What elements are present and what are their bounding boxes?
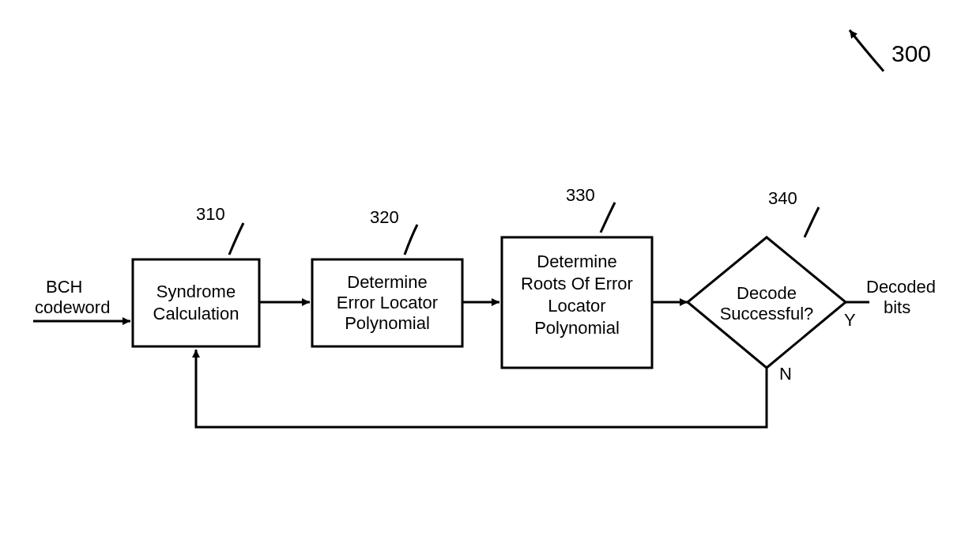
arrow-340-no-feedback: [196, 350, 767, 427]
svg-text:330: 330: [566, 185, 595, 205]
svg-text:BCH: BCH: [46, 277, 82, 297]
process-310: Syndrome Calculation: [133, 259, 259, 346]
output-label: Decoded bits: [866, 277, 936, 317]
process-320: Determine Error Locator Polynomial: [312, 259, 462, 346]
ref-340: 340: [768, 188, 819, 237]
svg-text:Decode: Decode: [737, 283, 797, 303]
svg-text:Determine: Determine: [347, 272, 427, 292]
svg-text:Calculation: Calculation: [153, 304, 239, 323]
svg-text:310: 310: [196, 204, 225, 224]
svg-text:Error Locator: Error Locator: [337, 293, 438, 312]
svg-text:340: 340: [768, 188, 797, 208]
flowchart-diagram: 300 BCH codeword Syndrome Calculation 31…: [0, 0, 980, 541]
svg-text:bits: bits: [884, 297, 910, 317]
svg-text:Syndrome: Syndrome: [156, 282, 236, 301]
svg-text:codeword: codeword: [35, 297, 110, 317]
svg-text:Polynomial: Polynomial: [534, 318, 620, 338]
figure-ref-300: 300: [850, 30, 931, 71]
svg-text:Roots Of Error: Roots Of Error: [521, 274, 633, 293]
svg-text:Successful?: Successful?: [720, 304, 814, 323]
decision-yes-label: Y: [844, 310, 856, 330]
decision-340: Decode Successful?: [688, 237, 846, 368]
figure-ref-label: 300: [891, 40, 931, 66]
svg-text:Locator: Locator: [548, 296, 605, 316]
ref-310: 310: [196, 204, 243, 255]
svg-text:Determine: Determine: [537, 252, 616, 271]
svg-text:320: 320: [370, 207, 399, 227]
process-330: Determine Roots Of Error Locator Polynom…: [502, 237, 652, 368]
svg-text:Polynomial: Polynomial: [345, 313, 430, 333]
ref-320: 320: [370, 207, 417, 255]
decision-no-label: N: [779, 364, 792, 384]
svg-text:Decoded: Decoded: [866, 277, 936, 297]
ref-330: 330: [566, 185, 615, 233]
input-label: BCH codeword: [35, 277, 110, 317]
